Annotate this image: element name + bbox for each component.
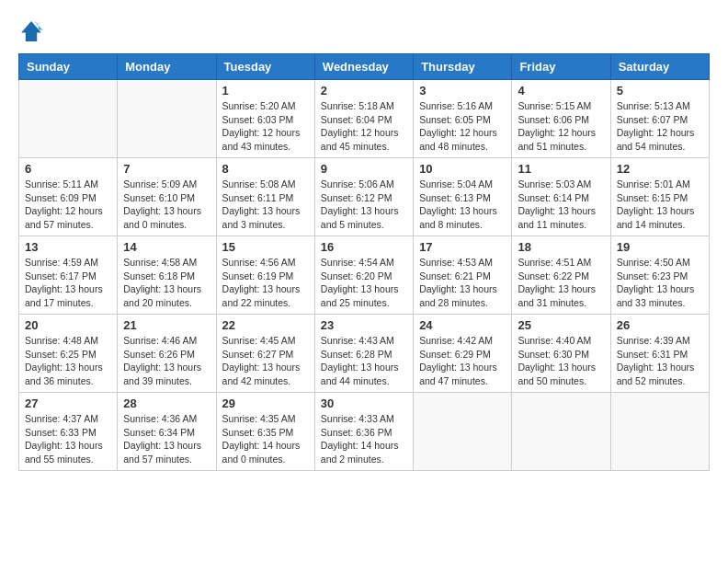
calendar-cell: 20Sunrise: 4:48 AM Sunset: 6:25 PM Dayli… xyxy=(19,315,118,393)
cell-info: Sunrise: 5:03 AM Sunset: 6:14 PM Dayligh… xyxy=(518,178,604,232)
day-header-sunday: Sunday xyxy=(19,54,118,80)
cell-info: Sunrise: 5:18 AM Sunset: 6:04 PM Dayligh… xyxy=(321,99,407,154)
calendar-cell: 9Sunrise: 5:06 AM Sunset: 6:12 PM Daylig… xyxy=(314,158,413,236)
calendar-cell: 1Sunrise: 5:20 AM Sunset: 6:03 PM Daylig… xyxy=(216,80,314,158)
cell-info: Sunrise: 4:54 AM Sunset: 6:20 PM Dayligh… xyxy=(321,256,407,310)
calendar-cell: 4Sunrise: 5:15 AM Sunset: 6:06 PM Daylig… xyxy=(512,80,610,158)
logo xyxy=(18,18,48,44)
day-number: 30 xyxy=(321,396,407,410)
day-number: 8 xyxy=(222,162,309,176)
calendar-cell: 2Sunrise: 5:18 AM Sunset: 6:04 PM Daylig… xyxy=(314,80,413,158)
calendar-header-row: SundayMondayTuesdayWednesdayThursdayFrid… xyxy=(19,54,710,80)
cell-info: Sunrise: 4:42 AM Sunset: 6:29 PM Dayligh… xyxy=(419,334,506,388)
calendar-cell: 13Sunrise: 4:59 AM Sunset: 6:17 PM Dayli… xyxy=(19,236,118,315)
calendar-cell: 24Sunrise: 4:42 AM Sunset: 6:29 PM Dayli… xyxy=(414,315,512,393)
cell-info: Sunrise: 4:48 AM Sunset: 6:25 PM Dayligh… xyxy=(25,334,111,388)
cell-info: Sunrise: 4:50 AM Sunset: 6:23 PM Dayligh… xyxy=(617,256,703,310)
day-header-wednesday: Wednesday xyxy=(314,54,413,80)
week-row-2: 6Sunrise: 5:11 AM Sunset: 6:09 PM Daylig… xyxy=(19,158,710,236)
day-number: 24 xyxy=(419,318,506,332)
cell-info: Sunrise: 4:37 AM Sunset: 6:33 PM Dayligh… xyxy=(25,412,111,466)
calendar-table: SundayMondayTuesdayWednesdayThursdayFrid… xyxy=(18,53,710,471)
calendar-cell: 30Sunrise: 4:33 AM Sunset: 6:36 PM Dayli… xyxy=(314,393,413,471)
calendar-cell: 17Sunrise: 4:53 AM Sunset: 6:21 PM Dayli… xyxy=(414,236,512,315)
day-number: 27 xyxy=(25,396,111,410)
calendar-cell: 3Sunrise: 5:16 AM Sunset: 6:05 PM Daylig… xyxy=(414,80,512,158)
calendar-cell xyxy=(610,393,709,471)
calendar-cell: 28Sunrise: 4:36 AM Sunset: 6:34 PM Dayli… xyxy=(118,393,216,471)
logo-icon xyxy=(18,18,44,44)
cell-info: Sunrise: 4:45 AM Sunset: 6:27 PM Dayligh… xyxy=(222,334,309,388)
calendar-cell: 23Sunrise: 4:43 AM Sunset: 6:28 PM Dayli… xyxy=(314,315,413,393)
day-number: 13 xyxy=(25,240,111,254)
day-number: 17 xyxy=(419,240,506,254)
cell-info: Sunrise: 5:11 AM Sunset: 6:09 PM Dayligh… xyxy=(25,178,111,232)
day-number: 29 xyxy=(222,396,309,410)
cell-info: Sunrise: 4:33 AM Sunset: 6:36 PM Dayligh… xyxy=(321,412,407,466)
cell-info: Sunrise: 4:58 AM Sunset: 6:18 PM Dayligh… xyxy=(123,256,210,310)
calendar-cell: 7Sunrise: 5:09 AM Sunset: 6:10 PM Daylig… xyxy=(118,158,216,236)
day-number: 15 xyxy=(222,240,309,254)
calendar-cell: 15Sunrise: 4:56 AM Sunset: 6:19 PM Dayli… xyxy=(216,236,314,315)
cell-info: Sunrise: 4:59 AM Sunset: 6:17 PM Dayligh… xyxy=(25,256,111,310)
day-number: 5 xyxy=(617,84,703,98)
day-number: 4 xyxy=(518,84,604,98)
calendar-cell: 22Sunrise: 4:45 AM Sunset: 6:27 PM Dayli… xyxy=(216,315,314,393)
calendar-cell xyxy=(414,393,512,471)
day-number: 26 xyxy=(617,318,703,332)
day-number: 9 xyxy=(321,162,407,176)
day-header-thursday: Thursday xyxy=(414,54,512,80)
calendar-cell: 27Sunrise: 4:37 AM Sunset: 6:33 PM Dayli… xyxy=(19,393,118,471)
cell-info: Sunrise: 4:36 AM Sunset: 6:34 PM Dayligh… xyxy=(123,412,210,466)
cell-info: Sunrise: 4:51 AM Sunset: 6:22 PM Dayligh… xyxy=(518,256,604,310)
cell-info: Sunrise: 5:08 AM Sunset: 6:11 PM Dayligh… xyxy=(222,178,309,232)
calendar-cell: 6Sunrise: 5:11 AM Sunset: 6:09 PM Daylig… xyxy=(19,158,118,236)
calendar-cell: 26Sunrise: 4:39 AM Sunset: 6:31 PM Dayli… xyxy=(610,315,709,393)
day-number: 6 xyxy=(25,162,111,176)
cell-info: Sunrise: 5:16 AM Sunset: 6:05 PM Dayligh… xyxy=(419,99,506,154)
cell-info: Sunrise: 4:40 AM Sunset: 6:30 PM Dayligh… xyxy=(518,334,604,388)
cell-info: Sunrise: 4:56 AM Sunset: 6:19 PM Dayligh… xyxy=(222,256,309,310)
calendar-cell xyxy=(19,80,118,158)
calendar-cell: 19Sunrise: 4:50 AM Sunset: 6:23 PM Dayli… xyxy=(610,236,709,315)
calendar-cell xyxy=(512,393,610,471)
day-header-monday: Monday xyxy=(118,54,216,80)
day-number: 19 xyxy=(617,240,703,254)
cell-info: Sunrise: 5:20 AM Sunset: 6:03 PM Dayligh… xyxy=(222,99,309,154)
week-row-5: 27Sunrise: 4:37 AM Sunset: 6:33 PM Dayli… xyxy=(19,393,710,471)
cell-info: Sunrise: 4:43 AM Sunset: 6:28 PM Dayligh… xyxy=(321,334,407,388)
day-number: 12 xyxy=(617,162,703,176)
day-number: 21 xyxy=(123,318,210,332)
calendar-cell: 18Sunrise: 4:51 AM Sunset: 6:22 PM Dayli… xyxy=(512,236,610,315)
page-header xyxy=(18,18,710,44)
day-number: 18 xyxy=(518,240,604,254)
cell-info: Sunrise: 5:13 AM Sunset: 6:07 PM Dayligh… xyxy=(617,99,703,154)
calendar-cell: 14Sunrise: 4:58 AM Sunset: 6:18 PM Dayli… xyxy=(118,236,216,315)
day-number: 1 xyxy=(222,84,309,98)
calendar-cell xyxy=(118,80,216,158)
week-row-4: 20Sunrise: 4:48 AM Sunset: 6:25 PM Dayli… xyxy=(19,315,710,393)
week-row-1: 1Sunrise: 5:20 AM Sunset: 6:03 PM Daylig… xyxy=(19,80,710,158)
calendar-cell: 29Sunrise: 4:35 AM Sunset: 6:35 PM Dayli… xyxy=(216,393,314,471)
calendar-cell: 12Sunrise: 5:01 AM Sunset: 6:15 PM Dayli… xyxy=(610,158,709,236)
cell-info: Sunrise: 5:04 AM Sunset: 6:13 PM Dayligh… xyxy=(419,178,506,232)
calendar-cell: 8Sunrise: 5:08 AM Sunset: 6:11 PM Daylig… xyxy=(216,158,314,236)
day-header-tuesday: Tuesday xyxy=(216,54,314,80)
cell-info: Sunrise: 5:01 AM Sunset: 6:15 PM Dayligh… xyxy=(617,178,703,232)
day-number: 3 xyxy=(419,84,506,98)
day-number: 20 xyxy=(25,318,111,332)
day-number: 11 xyxy=(518,162,604,176)
cell-info: Sunrise: 5:15 AM Sunset: 6:06 PM Dayligh… xyxy=(518,99,604,154)
day-number: 25 xyxy=(518,318,604,332)
calendar-cell: 25Sunrise: 4:40 AM Sunset: 6:30 PM Dayli… xyxy=(512,315,610,393)
day-number: 22 xyxy=(222,318,309,332)
day-number: 28 xyxy=(123,396,210,410)
calendar-cell: 5Sunrise: 5:13 AM Sunset: 6:07 PM Daylig… xyxy=(610,80,709,158)
calendar-cell: 16Sunrise: 4:54 AM Sunset: 6:20 PM Dayli… xyxy=(314,236,413,315)
calendar-cell: 11Sunrise: 5:03 AM Sunset: 6:14 PM Dayli… xyxy=(512,158,610,236)
cell-info: Sunrise: 4:46 AM Sunset: 6:26 PM Dayligh… xyxy=(123,334,210,388)
day-number: 7 xyxy=(123,162,210,176)
day-number: 10 xyxy=(419,162,506,176)
calendar-cell: 21Sunrise: 4:46 AM Sunset: 6:26 PM Dayli… xyxy=(118,315,216,393)
day-number: 23 xyxy=(321,318,407,332)
